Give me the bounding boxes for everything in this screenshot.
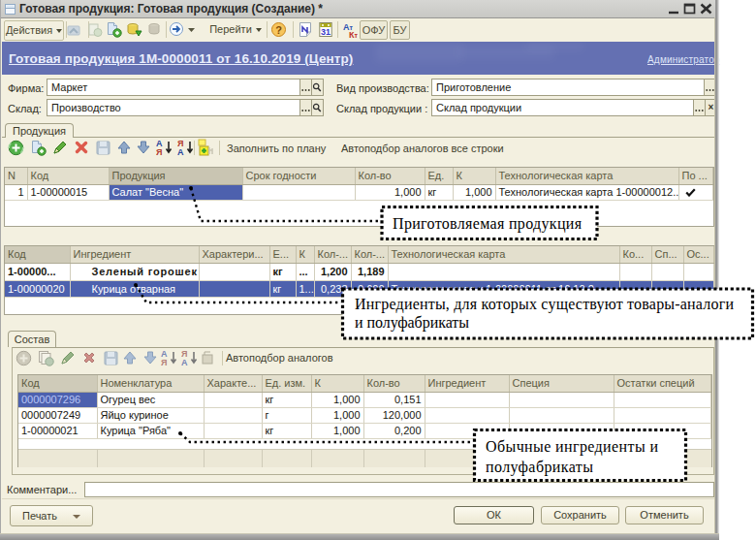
svg-text:Приготовляемая продукция: Приготовляемая продукция [393, 215, 583, 233]
svg-text:полуфабрикаты: полуфабрикаты [486, 459, 593, 476]
svg-text:Ингредиенты, для которых сущес: Ингредиенты, для которых существуют това… [355, 296, 734, 313]
svg-text:и полуфабрикаты: и полуфабрикаты [355, 314, 469, 332]
svg-text:Обычные ингредиенты и: Обычные ингредиенты и [486, 438, 658, 456]
